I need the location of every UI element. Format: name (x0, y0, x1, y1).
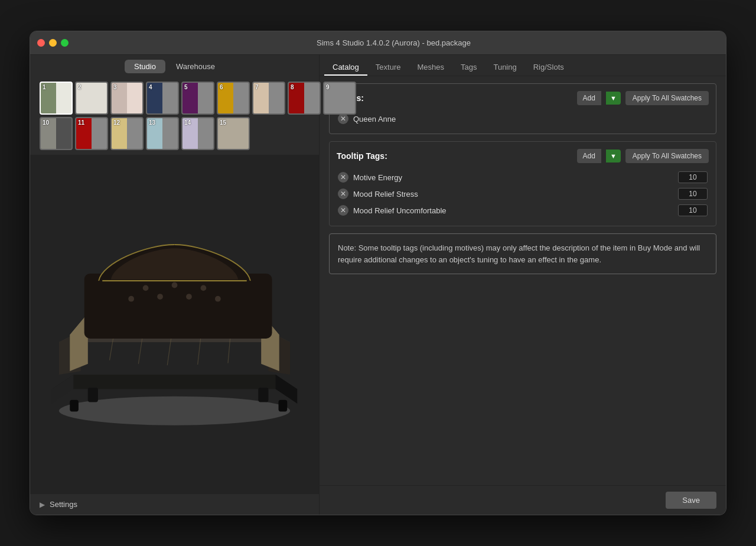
svg-rect-26 (258, 388, 268, 402)
bed-3d-preview (30, 155, 319, 493)
sub-tabs: Catalog Texture Meshes Tags Tuning Rig/S… (320, 55, 726, 76)
left-panel: Studio Warehouse 1 2 3 4 5 6 7 8 (30, 55, 320, 515)
content-area: Studio Warehouse 1 2 3 4 5 6 7 8 (30, 55, 726, 515)
swatches-section: 1 2 3 4 5 6 7 8 9 10 11 12 (30, 77, 319, 155)
styles-title: Styles: (337, 93, 572, 103)
styles-header: Styles: Add ▼ Apply To All Swatches (337, 91, 709, 105)
styles-add-button[interactable]: Add (577, 91, 601, 105)
tooltip-item-motive-energy: ✕ Motive Energy (337, 169, 709, 186)
swatch-14[interactable]: 14 (181, 117, 214, 150)
tooltip-apply-all-button[interactable]: Apply To All Swatches (625, 149, 709, 163)
swatch-1[interactable]: 1 (40, 82, 73, 115)
svg-marker-2 (276, 375, 298, 404)
style-remove-queen-anne[interactable]: ✕ (338, 113, 348, 124)
swatch-4[interactable]: 4 (146, 82, 179, 115)
swatch-2[interactable]: 2 (75, 82, 108, 115)
swatches-row-1: 1 2 3 4 5 6 7 8 9 (40, 82, 356, 115)
styles-section: Styles: Add ▼ Apply To All Swatches ✕ Qu… (329, 83, 716, 134)
swatch-15[interactable]: 15 (217, 117, 250, 150)
svg-rect-25 (88, 388, 98, 402)
tooltip-remove-mood-uncomfortable[interactable]: ✕ (338, 205, 348, 216)
tooltip-add-button[interactable]: Add (577, 149, 601, 163)
svg-rect-17 (84, 274, 272, 339)
tab-meshes[interactable]: Meshes (409, 60, 452, 76)
tab-studio[interactable]: Studio (125, 60, 165, 73)
swatch-9[interactable]: 9 (323, 82, 356, 115)
svg-point-22 (157, 294, 163, 300)
main-tab-bar: Studio Warehouse (30, 55, 319, 77)
tooltip-value-mood-stress[interactable] (678, 188, 708, 200)
tooltip-remove-mood-stress[interactable]: ✕ (338, 188, 348, 199)
note-box: Note: Some tooltip tags (including motiv… (329, 233, 716, 274)
tooltip-title: Tooltip Tags: (337, 151, 572, 161)
tab-texture[interactable]: Texture (367, 60, 409, 76)
minimize-button[interactable] (49, 39, 57, 47)
svg-point-19 (172, 282, 178, 288)
swatch-3[interactable]: 3 (110, 82, 144, 115)
svg-rect-28 (279, 400, 288, 412)
swatch-12[interactable]: 12 (110, 117, 144, 150)
window-title: Sims 4 Studio 1.4.0.2 (Aurora) - bed.pac… (69, 38, 719, 47)
settings-row[interactable]: ▶ Settings (30, 493, 319, 515)
svg-point-18 (143, 285, 149, 291)
tab-tags[interactable]: Tags (452, 60, 485, 76)
settings-label: Settings (50, 500, 77, 509)
main-window: Sims 4 Studio 1.4.0.2 (Aurora) - bed.pac… (30, 31, 726, 515)
swatch-11[interactable]: 11 (75, 117, 108, 150)
svg-point-23 (186, 294, 192, 300)
right-panel: Catalog Texture Meshes Tags Tuning Rig/S… (320, 55, 726, 515)
bed-preview-area (30, 155, 319, 493)
tab-warehouse[interactable]: Warehouse (167, 60, 224, 73)
style-item-queen-anne: ✕ Queen Anne (337, 111, 709, 126)
tooltip-add-dropdown[interactable]: ▼ (606, 150, 621, 162)
tab-rigslots[interactable]: Rig/Slots (525, 60, 572, 76)
svg-marker-1 (52, 375, 298, 389)
tooltip-header: Tooltip Tags: Add ▼ Apply To All Swatche… (337, 149, 709, 163)
tab-catalog[interactable]: Catalog (324, 60, 367, 76)
swatch-7[interactable]: 7 (252, 82, 285, 115)
right-content: Styles: Add ▼ Apply To All Swatches ✕ Qu… (320, 76, 726, 485)
swatch-5[interactable]: 5 (181, 82, 214, 115)
tooltip-value-motive-energy[interactable] (678, 171, 708, 183)
tooltip-item-mood-stress: ✕ Mood Relief Stress (337, 186, 709, 202)
svg-point-20 (201, 285, 207, 291)
maximize-button[interactable] (61, 39, 69, 47)
tab-tuning[interactable]: Tuning (485, 60, 524, 76)
tooltip-remove-motive-energy[interactable]: ✕ (338, 172, 348, 183)
tooltip-section: Tooltip Tags: Add ▼ Apply To All Swatche… (329, 141, 716, 226)
svg-rect-27 (70, 400, 79, 412)
swatch-8[interactable]: 8 (288, 82, 321, 115)
svg-point-21 (128, 296, 134, 302)
save-button[interactable]: Save (666, 492, 716, 509)
bottom-bar: Save (320, 485, 726, 515)
settings-arrow-icon: ▶ (40, 500, 45, 509)
swatch-10[interactable]: 10 (40, 117, 73, 150)
svg-point-24 (215, 296, 221, 302)
tooltip-label-mood-stress: Mood Relief Stress (353, 190, 673, 199)
title-bar: Sims 4 Studio 1.4.0.2 (Aurora) - bed.pac… (30, 31, 726, 55)
style-label-queen-anne: Queen Anne (353, 115, 708, 124)
close-button[interactable] (37, 39, 45, 47)
note-text: Note: Some tooltip tags (including motiv… (338, 242, 708, 265)
swatch-6[interactable]: 6 (217, 82, 250, 115)
tooltip-label-mood-uncomfortable: Mood Relief Uncomfortable (353, 206, 673, 215)
svg-marker-3 (52, 375, 74, 404)
tooltip-item-mood-uncomfortable: ✕ Mood Relief Uncomfortable (337, 202, 709, 219)
swatches-grid: 1 2 3 4 5 6 7 8 9 10 11 12 (40, 82, 356, 150)
styles-add-dropdown[interactable]: ▼ (606, 92, 621, 105)
swatches-row-2: 10 11 12 13 14 15 (40, 117, 356, 150)
tooltip-label-motive-energy: Motive Energy (353, 173, 673, 182)
styles-apply-all-button[interactable]: Apply To All Swatches (625, 91, 709, 105)
traffic-lights (37, 39, 69, 47)
swatch-13[interactable]: 13 (146, 117, 179, 150)
tooltip-value-mood-uncomfortable[interactable] (678, 204, 708, 216)
